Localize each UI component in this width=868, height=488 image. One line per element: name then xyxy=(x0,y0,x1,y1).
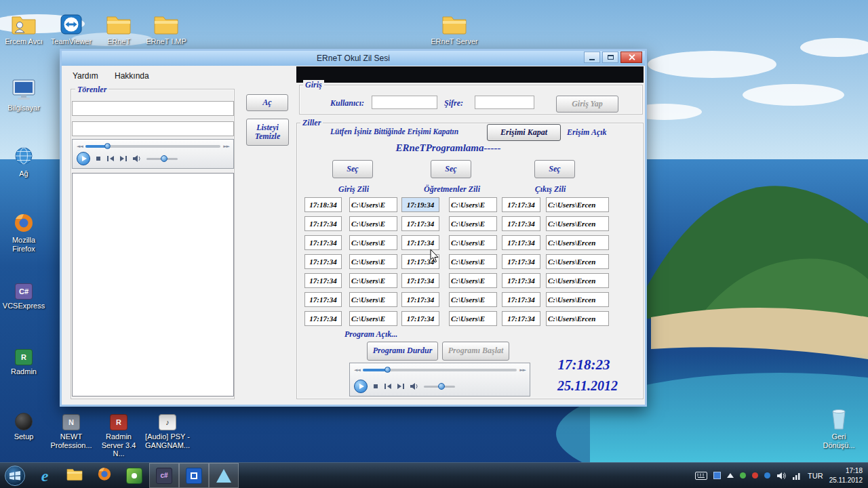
bell-path-input[interactable] xyxy=(449,273,497,288)
bell-path-input[interactable] xyxy=(546,254,609,269)
volume-slider[interactable] xyxy=(424,386,455,388)
desktop-icon-vcsexpress[interactable]: C# VCSExpress xyxy=(0,271,47,310)
sec-button-giris[interactable]: Seç xyxy=(332,160,373,178)
bell-time-input[interactable] xyxy=(304,254,342,269)
bell-path-input[interactable] xyxy=(546,292,609,307)
programi-baslat-button[interactable]: Programı Başlat xyxy=(442,342,509,361)
status-green-icon[interactable] xyxy=(740,472,746,479)
toren-input-2[interactable] xyxy=(72,121,234,136)
bell-time-input[interactable] xyxy=(502,292,540,307)
bell-time-input[interactable] xyxy=(502,235,540,250)
bell-time-input[interactable] xyxy=(502,216,540,231)
taskbar-firefox[interactable] xyxy=(90,463,119,488)
volume-knob[interactable] xyxy=(438,383,445,390)
desktop-icon-ernet-server[interactable]: ERneT Server xyxy=(431,7,478,46)
bell-time-input[interactable] xyxy=(502,273,540,288)
bell-time-input[interactable] xyxy=(502,311,540,326)
bell-path-input[interactable] xyxy=(546,216,609,231)
volume-slider[interactable] xyxy=(146,158,178,160)
bell-time-input[interactable] xyxy=(304,292,342,307)
bell-path-input[interactable] xyxy=(349,254,397,269)
desktop-icon-radmin[interactable]: R Radmin xyxy=(0,337,47,376)
maximize-button[interactable] xyxy=(602,52,618,63)
keyboard-icon[interactable] xyxy=(695,472,707,480)
rewind-icon[interactable]: ◄◄ xyxy=(354,368,360,373)
taskbar-media-app[interactable] xyxy=(119,463,149,488)
bell-path-input[interactable] xyxy=(546,273,609,288)
taskbar-explorer[interactable] xyxy=(60,463,90,488)
bell-time-input[interactable] xyxy=(304,273,342,288)
giris-yap-button[interactable]: Giriş Yap xyxy=(556,96,618,113)
taskbar-blue-app[interactable] xyxy=(179,463,209,488)
play-button[interactable] xyxy=(354,380,368,393)
seek-slider[interactable] xyxy=(85,145,220,148)
bell-path-input[interactable] xyxy=(449,311,497,326)
bell-time-input[interactable] xyxy=(304,311,342,326)
bell-time-input[interactable] xyxy=(401,273,439,288)
volume-icon[interactable] xyxy=(776,472,786,480)
play-button[interactable] xyxy=(77,152,90,165)
previous-button[interactable] xyxy=(106,155,115,162)
seek-knob[interactable] xyxy=(384,367,391,373)
rewind-icon[interactable]: ◄◄ xyxy=(77,144,83,149)
bell-path-input[interactable] xyxy=(349,311,397,326)
bell-path-input[interactable] xyxy=(349,273,397,288)
taskbar-ie[interactable]: e xyxy=(30,463,60,488)
desktop-icon-audio-psy[interactable]: ♪ [Audio] PSY - GANGNAM... xyxy=(144,402,191,449)
show-hidden-icons[interactable] xyxy=(727,473,734,478)
sec-button-ogretmenler[interactable]: Seç xyxy=(431,160,471,178)
language-indicator[interactable]: TUR xyxy=(808,472,823,480)
desktop-icon-newt[interactable]: N NEWT Profession... xyxy=(47,402,95,449)
start-button[interactable] xyxy=(0,463,30,488)
ac-button[interactable]: Aç xyxy=(246,94,288,111)
bell-time-input[interactable] xyxy=(401,197,439,212)
tray-app-icon[interactable] xyxy=(713,472,721,479)
bell-time-input[interactable] xyxy=(502,197,540,212)
desktop-icon-teamviewer[interactable]: TeamViewer xyxy=(47,7,95,46)
bell-path-input[interactable] xyxy=(449,254,497,269)
bell-time-input[interactable] xyxy=(401,311,439,326)
bell-time-input[interactable] xyxy=(401,216,439,231)
desktop-icon-ernet-imp[interactable]: ERneT I.MP xyxy=(142,7,190,46)
volume-knob[interactable] xyxy=(161,155,167,162)
bell-path-input[interactable] xyxy=(449,292,497,307)
next-button[interactable] xyxy=(397,383,405,390)
previous-button[interactable] xyxy=(384,383,392,390)
bell-path-input[interactable] xyxy=(546,235,609,250)
desktop-icon-setup[interactable]: Setup xyxy=(0,402,47,441)
desktop-icon-ercem-avci[interactable]: Ercem Avcı xyxy=(0,7,47,46)
bell-path-input[interactable] xyxy=(349,197,397,212)
bell-path-input[interactable] xyxy=(449,216,497,231)
sec-button-cikis[interactable]: Seç xyxy=(534,160,575,178)
taskbar-teamviewer[interactable] xyxy=(209,463,239,488)
bell-time-input[interactable] xyxy=(304,216,342,231)
bell-path-input[interactable] xyxy=(349,235,397,250)
bell-path-input[interactable] xyxy=(546,197,609,212)
stop-button[interactable] xyxy=(372,383,379,390)
next-button[interactable] xyxy=(119,155,127,162)
menu-hakkinda[interactable]: Hakkında xyxy=(111,70,153,82)
desktop-icon-radmin-server[interactable]: R Radmin Server 3.4 N... xyxy=(95,402,142,458)
seek-knob[interactable] xyxy=(104,143,111,149)
bell-time-input[interactable] xyxy=(401,292,439,307)
bell-time-input[interactable] xyxy=(401,235,439,250)
desktop-icon-recycle-bin[interactable]: Geri Dönüşü... xyxy=(815,402,863,449)
close-button[interactable] xyxy=(620,52,642,63)
bell-path-input[interactable] xyxy=(349,216,397,231)
fast-forward-icon[interactable]: ►► xyxy=(223,144,229,149)
desktop-icon-ernet[interactable]: ERneT xyxy=(95,7,142,46)
erisimi-kapat-button[interactable]: Erişimi Kapat xyxy=(487,124,561,141)
kullanici-input[interactable] xyxy=(372,96,437,109)
taskbar-visual-studio[interactable]: c# xyxy=(149,463,179,488)
toren-listbox[interactable] xyxy=(72,173,234,396)
bell-path-input[interactable] xyxy=(349,292,397,307)
status-red-icon[interactable] xyxy=(752,472,758,479)
status-blue-icon[interactable] xyxy=(764,472,770,479)
bell-path-input[interactable] xyxy=(546,311,609,326)
tray-clock[interactable]: 17:18 25.11.2012 xyxy=(829,466,863,485)
stop-button[interactable] xyxy=(95,155,102,162)
listeyi-temizle-button[interactable]: Listeyi Temizle xyxy=(246,119,289,146)
bell-path-input[interactable] xyxy=(449,197,497,212)
minimize-button[interactable] xyxy=(584,52,600,63)
bell-path-input[interactable] xyxy=(449,235,497,250)
